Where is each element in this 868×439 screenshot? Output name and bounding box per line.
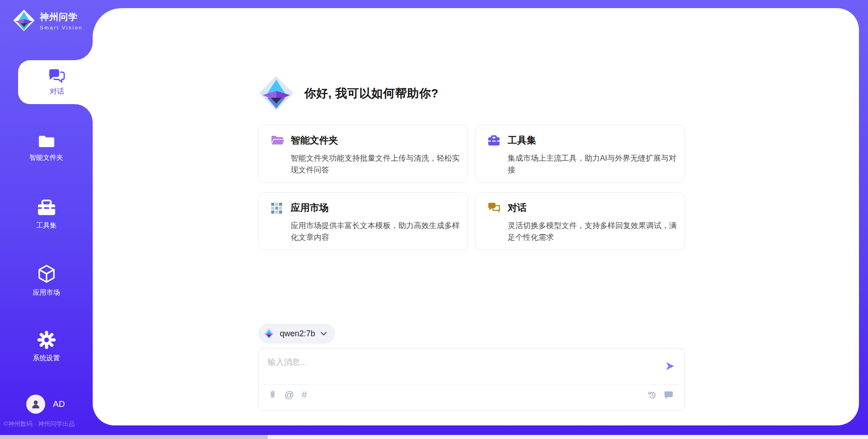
sidebar-item-chat[interactable]: 对话: [18, 60, 96, 104]
sidebar-item-app-market[interactable]: 应用市场: [0, 264, 93, 297]
model-diamond-icon: [264, 328, 274, 339]
user-initials: AD: [53, 399, 65, 409]
feature-cards: 智能文件夹 智能文件夹功能支持批量文件上传与清洗，轻松实现文件问答: [258, 125, 686, 250]
composer-tools-left: @ #: [269, 389, 307, 400]
composer-divider: [263, 384, 680, 385]
sidebar-item-label: 应用市场: [33, 288, 60, 297]
chat-icon: [48, 68, 66, 84]
chat-bubbles-icon: [488, 202, 500, 214]
folder-open-icon: [271, 135, 284, 146]
card-toolkit[interactable]: 工具集 集成市场上主流工具，助力AI与外界无缝扩展与对接: [475, 125, 685, 183]
folder-icon: [38, 134, 56, 148]
cube-icon: [38, 264, 56, 283]
model-selector[interactable]: qwen2:7b: [258, 324, 335, 344]
assistant-diamond-icon: [258, 75, 294, 111]
brand-logo: 神州问学 Smart Vision: [13, 9, 83, 32]
send-icon[interactable]: [665, 361, 675, 371]
card-description: 智能文件夹功能支持批量文件上传与清洗，轻松实现文件问答: [291, 153, 460, 176]
sidebar-item-toolkit[interactable]: 工具集: [0, 199, 93, 230]
app-window: 神州问学 Smart Vision 对话 智能文件夹 工具集: [0, 0, 868, 439]
sidebar-item-label: 工具集: [36, 221, 57, 230]
sidebar-item-label: 系统设置: [33, 354, 60, 363]
mention-icon[interactable]: @: [284, 389, 294, 400]
sidebar-item-label: 对话: [50, 87, 64, 96]
card-title: 工具集: [508, 134, 536, 147]
sidebar-footer: ©神州数码 · 神州问学出品: [4, 420, 108, 428]
composer-tools-right: [647, 390, 674, 400]
tab-top-fillet: [75, 42, 93, 60]
sidebar-item-label: 智能文件夹: [29, 153, 63, 162]
greeting-block: 你好, 我可以如何帮助你?: [258, 72, 439, 115]
avatar: [26, 395, 45, 414]
person-icon: [30, 398, 42, 410]
message-composer: @ #: [258, 348, 685, 410]
card-chat[interactable]: 对话 灵活切换多模型文件，支持多样回复效果调试，满足个性化需求: [475, 192, 685, 250]
model-name: qwen2:7b: [280, 329, 315, 339]
message-input[interactable]: [268, 354, 647, 370]
chat-bubble-icon[interactable]: [664, 390, 674, 400]
card-description: 灵活切换多模型文件，支持多样回复效果调试，满足个性化需求: [508, 220, 677, 243]
card-description: 集成市场上主流工具，助力AI与外界无缝扩展与对接: [508, 153, 677, 176]
attachment-icon[interactable]: [269, 389, 277, 400]
card-title: 应用市场: [291, 201, 329, 214]
sidebar-item-smart-folder[interactable]: 智能文件夹: [0, 134, 93, 162]
toolbox-icon: [37, 199, 56, 216]
greeting-title: 你好, 我可以如何帮助你?: [304, 86, 439, 101]
grid-icon: [271, 202, 283, 214]
horizontal-scrollbar[interactable]: [0, 435, 868, 439]
card-title: 智能文件夹: [291, 134, 338, 147]
scrollbar-thumb[interactable]: [0, 435, 268, 439]
chevron-down-icon: [321, 332, 327, 336]
card-app-market[interactable]: 应用市场 应用市场提供丰富长文本模板，助力高效生成多样化文章内容: [258, 192, 468, 250]
card-description: 应用市场提供丰富长文本模板，助力高效生成多样化文章内容: [291, 220, 460, 243]
gear-icon: [38, 331, 56, 349]
history-icon[interactable]: [647, 390, 657, 400]
user-profile[interactable]: AD: [26, 395, 65, 414]
sidebar-item-settings[interactable]: 系统设置: [0, 331, 93, 363]
tab-bottom-fillet: [75, 104, 93, 122]
card-smart-folder[interactable]: 智能文件夹 智能文件夹功能支持批量文件上传与清洗，轻松实现文件问答: [258, 125, 468, 183]
brand-subtitle: Smart Vision: [40, 25, 83, 30]
main-panel: 你好, 我可以如何帮助你? 智能文件夹 智能文件夹功能支持批量文件上传与清洗，轻…: [93, 8, 859, 425]
card-title: 对话: [508, 201, 527, 214]
hashtag-icon[interactable]: #: [302, 389, 307, 400]
briefcase-icon: [488, 135, 500, 146]
brand-name: 神州问学: [40, 11, 83, 23]
brand-diamond-icon: [13, 9, 35, 32]
